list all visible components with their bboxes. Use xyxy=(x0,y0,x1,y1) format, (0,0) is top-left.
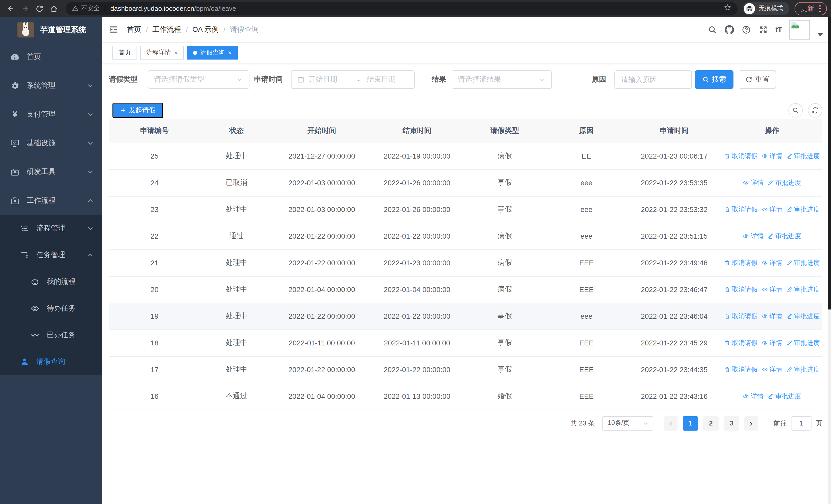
detail-link[interactable]: 详情 xyxy=(762,338,782,347)
actions-cell: 取消请假 详情 审批进度 xyxy=(722,357,822,382)
goto-page-input[interactable] xyxy=(791,416,811,431)
sidebar-item-label: 研发工具 xyxy=(27,167,87,177)
scrollbar-thumb[interactable] xyxy=(828,17,831,309)
address-bar[interactable]: 不安全 dashboard.yudao.iocoder.cn/bpm/oa/le… xyxy=(66,2,738,15)
detail-link[interactable]: 详情 xyxy=(762,152,782,160)
next-page-button[interactable]: › xyxy=(744,416,757,431)
bookmark-star-icon[interactable] xyxy=(724,4,732,13)
caret-down-icon[interactable] xyxy=(818,33,823,36)
breadcrumb-workflow[interactable]: 工作流程 xyxy=(152,25,181,34)
tab-home[interactable]: 首页 xyxy=(112,46,137,60)
sidebar-item-done-tasks[interactable]: 已办任务 xyxy=(0,322,102,349)
sidebar-item-workflow[interactable]: 工作流程 xyxy=(0,186,102,215)
browser-forward-button[interactable] xyxy=(19,2,32,15)
sidebar-item-task-management[interactable]: 任务管理 xyxy=(0,242,102,268)
approval-progress-link[interactable]: 审批进度 xyxy=(786,312,820,321)
sidebar-item-infrastructure[interactable]: 基础设施 xyxy=(0,129,102,157)
goto-page: 前往 页 xyxy=(774,416,822,431)
cell-apply-id: 25 xyxy=(109,143,200,169)
sidebar-item-leave-query[interactable]: 请假查询 xyxy=(0,349,102,375)
approval-progress-link[interactable]: 审批进度 xyxy=(786,338,820,347)
approval-progress-link[interactable]: 审批进度 xyxy=(768,178,801,187)
security-label: 不安全 xyxy=(81,4,99,13)
approval-progress-link[interactable]: 审批进度 xyxy=(768,392,801,401)
detail-link[interactable]: 详情 xyxy=(743,232,764,240)
page-button-2[interactable]: 2 xyxy=(703,416,719,431)
approval-progress-link[interactable]: 审批进度 xyxy=(786,285,820,294)
cell-start-time: 2022-01-22 00:00:00 xyxy=(273,356,371,383)
cell-actions: 详情 审批进度 xyxy=(722,383,822,410)
approval-progress-link[interactable]: 审批进度 xyxy=(768,232,801,240)
breadcrumb-oa-example[interactable]: OA 示例 xyxy=(193,25,219,34)
site-security-chip[interactable]: 不安全 xyxy=(72,4,99,13)
approval-progress-link[interactable]: 审批进度 xyxy=(786,205,820,214)
tab-process-detail[interactable]: 流程详情 × xyxy=(140,46,184,60)
fullscreen-icon[interactable] xyxy=(758,25,768,34)
page-button-3[interactable]: 3 xyxy=(724,416,739,431)
sidebar-item-my-processes[interactable]: 我的流程 xyxy=(0,268,102,295)
help-icon[interactable] xyxy=(742,25,751,34)
browser-home-button[interactable] xyxy=(47,2,61,15)
table-row: 24 已取消 2022-01-03 00:00:00 2022-01-26 00… xyxy=(109,169,822,196)
show-search-button[interactable] xyxy=(789,103,803,118)
detail-link[interactable]: 详情 xyxy=(743,392,764,401)
sidebar-item-label: 基础设施 xyxy=(27,139,87,148)
approval-progress-link[interactable]: 审批进度 xyxy=(786,259,820,267)
app-logo-row[interactable]: 芋道管理系统 xyxy=(0,17,102,42)
detail-link[interactable]: 详情 xyxy=(762,365,782,374)
edit-pencil-icon xyxy=(768,180,774,186)
cancel-leave-link[interactable]: 取消请假 xyxy=(724,205,757,214)
col-reason: 原因 xyxy=(546,119,627,143)
approval-progress-link[interactable]: 审批进度 xyxy=(786,365,820,374)
close-icon[interactable]: × xyxy=(174,50,178,56)
result-select[interactable]: 请选择流结果 xyxy=(452,70,552,89)
search-icon[interactable] xyxy=(708,25,717,34)
cancel-leave-link[interactable]: 取消请假 xyxy=(724,338,757,347)
sidebar-collapse-button[interactable] xyxy=(109,25,119,34)
cancel-leave-link[interactable]: 取消请假 xyxy=(724,285,757,294)
scrollbar-track[interactable] xyxy=(828,17,831,504)
sidebar-item-process-management[interactable]: 流程管理 xyxy=(0,215,102,242)
actions-cell: 取消请假 详情 审批进度 xyxy=(722,250,822,275)
select-placeholder: 请选择请假类型 xyxy=(154,75,236,84)
search-button[interactable]: 搜索 xyxy=(695,70,734,89)
tab-leave-query[interactable]: 请假查询 × xyxy=(187,46,238,60)
browser-update-button[interactable]: 更新 xyxy=(795,2,827,15)
prev-page-button[interactable]: ‹ xyxy=(664,416,678,431)
reason-input[interactable] xyxy=(614,70,692,89)
reset-button[interactable]: 重置 xyxy=(739,70,776,89)
avatar[interactable] xyxy=(790,20,810,39)
detail-link[interactable]: 详情 xyxy=(762,285,782,294)
detail-link[interactable]: 详情 xyxy=(762,205,782,214)
browser-back-button[interactable] xyxy=(4,2,18,15)
browser-reload-button[interactable] xyxy=(33,2,46,15)
leave-type-select[interactable]: 请选择请假类型 xyxy=(148,70,250,89)
cell-reason: EEE xyxy=(546,249,627,276)
approval-progress-link[interactable]: 审批进度 xyxy=(786,152,820,160)
apply-time-range-picker[interactable]: 开始日期 - 结束日期 xyxy=(291,70,415,89)
page-size-select[interactable]: 10条/页 xyxy=(602,416,653,431)
cancel-leave-link[interactable]: 取消请假 xyxy=(724,312,757,321)
sidebar-item-system-management[interactable]: 系统管理 xyxy=(0,71,102,100)
font-size-icon[interactable]: tT xyxy=(776,25,782,34)
refresh-table-button[interactable] xyxy=(808,103,822,118)
close-icon[interactable]: × xyxy=(228,50,231,56)
page-button-1[interactable]: 1 xyxy=(683,416,698,431)
cell-start-time: 2022-01-04 00:00:00 xyxy=(273,383,371,410)
sidebar-item-dev-tools[interactable]: 研发工具 xyxy=(0,157,102,186)
cancel-leave-link[interactable]: 取消请假 xyxy=(724,152,757,160)
create-leave-button[interactable]: 发起请假 xyxy=(112,102,163,118)
edit-pencil-icon xyxy=(786,287,793,293)
sidebar-item-todo-tasks[interactable]: 待办任务 xyxy=(0,295,102,322)
cancel-leave-link[interactable]: 取消请假 xyxy=(724,259,757,267)
cancel-leave-link[interactable]: 取消请假 xyxy=(724,365,757,374)
detail-link[interactable]: 详情 xyxy=(762,312,782,321)
sidebar-item-label: 首页 xyxy=(27,52,93,62)
sidebar-item-home[interactable]: 首页 xyxy=(0,42,102,71)
breadcrumb-home[interactable]: 首页 xyxy=(127,25,141,34)
github-icon[interactable] xyxy=(725,25,734,34)
detail-link[interactable]: 详情 xyxy=(762,259,782,267)
detail-link[interactable]: 详情 xyxy=(743,178,764,187)
browser-menu-icon[interactable] xyxy=(819,5,821,12)
sidebar-item-payment-management[interactable]: ¥ 支付管理 xyxy=(0,100,102,129)
